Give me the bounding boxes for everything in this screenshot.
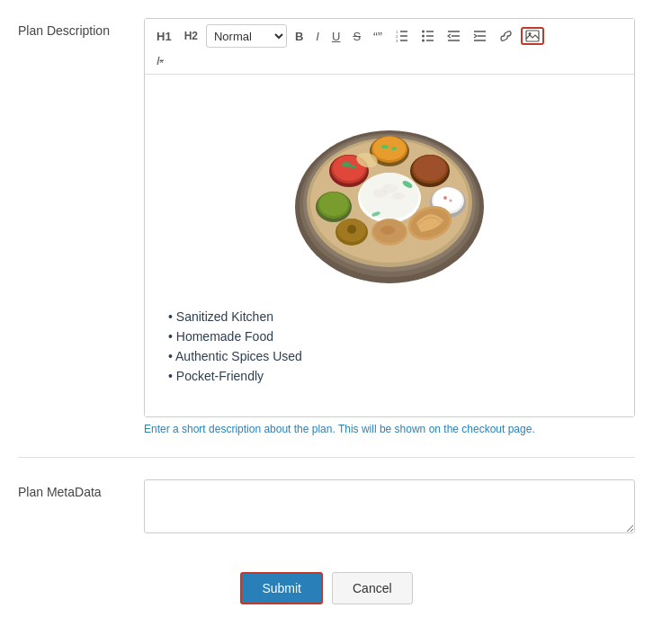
italic-button[interactable]: I [311, 29, 324, 44]
editor-helper-text: Enter a short description about the plan… [144, 423, 635, 435]
bullet-item-1: Sanitized Kitchen [168, 309, 620, 324]
svg-rect-18 [526, 31, 539, 41]
svg-point-39 [391, 147, 397, 150]
ul-icon [421, 30, 434, 42]
heading1-button[interactable]: H1 [152, 29, 176, 44]
image-icon [525, 30, 540, 42]
svg-text:3: 3 [396, 39, 398, 42]
ol-icon: 1 2 3 [395, 30, 408, 42]
strikethrough-button[interactable]: S [348, 29, 365, 44]
svg-point-28 [392, 192, 405, 200]
plan-metadata-row: Plan MetaData [18, 479, 635, 536]
clear-format-button[interactable]: Ix [152, 53, 168, 68]
svg-point-10 [422, 35, 425, 38]
indent-left-button[interactable] [443, 28, 465, 44]
rich-text-editor[interactable]: H1 H2 Normal Heading 1 Heading 2 Heading… [144, 18, 635, 417]
link-button[interactable] [495, 28, 517, 44]
editor-body[interactable]: Sanitized Kitchen Homemade Food Authenti… [145, 75, 634, 416]
food-plate-image [159, 85, 620, 295]
format-select[interactable]: Normal Heading 1 Heading 2 Heading 3 [206, 24, 287, 48]
insert-image-button[interactable] [521, 27, 544, 45]
svg-point-58 [347, 225, 356, 234]
svg-point-26 [360, 173, 419, 219]
helper-text-link: This will be shown on the checkout page. [338, 423, 535, 435]
bold-button[interactable]: B [291, 29, 308, 44]
ordered-list-button[interactable]: 1 2 3 [390, 28, 413, 44]
toolbar-row2: Ix [152, 53, 627, 68]
svg-point-47 [450, 200, 452, 202]
plan-description-editor-wrapper: H1 H2 Normal Heading 1 Heading 2 Heading… [144, 18, 635, 435]
svg-point-9 [422, 31, 425, 33]
indent-right-button[interactable] [469, 28, 491, 44]
bullet-item-2: Homemade Food [168, 329, 620, 344]
plan-description-label: Plan Description [18, 18, 144, 38]
svg-point-50 [319, 192, 348, 216]
bullet-item-4: Pocket-Friendly [168, 369, 620, 383]
plan-metadata-input[interactable] [144, 479, 635, 533]
plan-description-row: Plan Description H1 H2 Normal Heading 1 … [18, 18, 635, 458]
unordered-list-button[interactable] [416, 28, 439, 44]
format-select-wrap: Normal Heading 1 Heading 2 Heading 3 [206, 24, 287, 48]
heading2-button[interactable]: H2 [180, 29, 202, 43]
editor-toolbar: H1 H2 Normal Heading 1 Heading 2 Heading… [145, 19, 634, 75]
helper-text-plain: Enter a short description about the plan… [144, 423, 338, 435]
indent-left-icon [447, 30, 461, 42]
submit-button[interactable]: Submit [240, 572, 323, 604]
cancel-button[interactable]: Cancel [332, 572, 413, 604]
indent-right-icon [473, 30, 487, 42]
plan-metadata-content [144, 479, 635, 536]
underline-button[interactable]: U [327, 29, 344, 44]
svg-point-55 [380, 226, 395, 235]
svg-point-46 [443, 196, 447, 200]
svg-point-38 [381, 145, 389, 148]
svg-point-29 [381, 184, 398, 193]
plan-metadata-label: Plan MetaData [18, 479, 144, 499]
link-icon [499, 30, 513, 42]
bullet-item-3: Authentic Spices Used [168, 349, 620, 363]
svg-point-42 [414, 156, 446, 181]
svg-point-37 [373, 137, 406, 160]
form-buttons: Submit Cancel [18, 563, 635, 604]
svg-point-34 [349, 165, 356, 168]
svg-point-11 [422, 40, 425, 42]
blockquote-button[interactable]: “” [369, 28, 387, 45]
description-bullet-list: Sanitized Kitchen Homemade Food Authenti… [159, 309, 620, 383]
